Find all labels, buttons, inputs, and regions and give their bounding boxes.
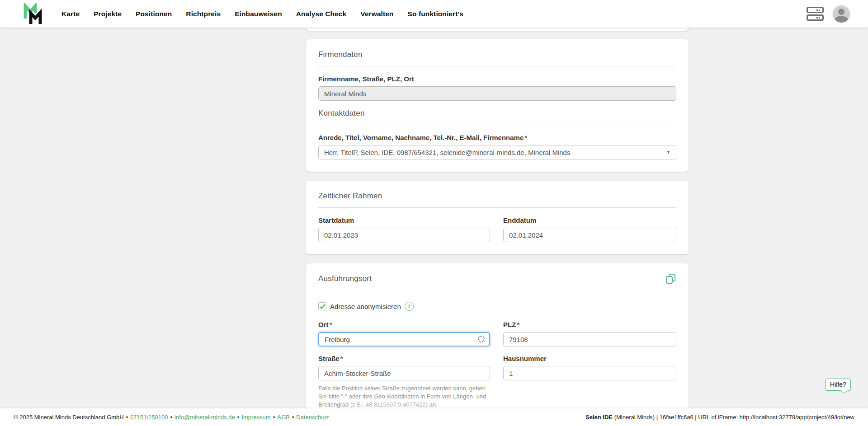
contact-select[interactable]: Herr, TitelP, Selen, IDE, 0987/654321, s…: [318, 145, 676, 159]
footer-link-email[interactable]: info@mineral-minds.de: [175, 414, 235, 421]
footer-link-phone[interactable]: 07151/250100: [130, 414, 168, 421]
section-title-kontaktdaten: Kontaktdaten: [318, 109, 676, 118]
anonymize-checkbox[interactable]: [318, 302, 326, 310]
company-data-card: Firmendaten Firmenname, Straße, PLZ, Ort…: [306, 39, 689, 172]
company-field-label: Firmenname, Straße, PLZ, Ort: [318, 75, 676, 83]
previous-card-fragment: [306, 28, 689, 31]
required-marker: *: [330, 321, 332, 328]
server-icon-row: [807, 14, 824, 21]
nav-item-einbauweisen[interactable]: Einbauweisen: [235, 10, 282, 18]
hint-example: (z.B.: 48.8115607,9.4077422): [350, 401, 428, 408]
chevron-down-icon: ▼: [666, 150, 670, 154]
ort-label: Ort*: [318, 321, 490, 328]
footer-left: © 2025 Mineral Minds Deutschland GmbH • …: [14, 414, 329, 421]
nav-item-analyse-check[interactable]: Analyse Check: [296, 10, 347, 18]
ort-field[interactable]: [318, 332, 490, 346]
startdatum-label: Startdatum: [318, 216, 490, 224]
footer-link-datenschutz[interactable]: Datenschutz: [296, 414, 329, 421]
timeframe-card: Zeitlicher Rahmen Startdatum Enddatum: [306, 181, 689, 254]
divider: [318, 125, 676, 125]
divider: [318, 293, 676, 293]
server-icon[interactable]: [807, 6, 824, 22]
nav-right-actions: [807, 5, 850, 23]
footer-link-agb[interactable]: AGB: [277, 414, 289, 421]
company-name-field[interactable]: [318, 86, 676, 101]
section-title-firmendaten: Firmendaten: [318, 50, 676, 59]
user-avatar-icon[interactable]: [833, 5, 850, 23]
street-hint-text: Falls die Position keiner Straße zugeord…: [318, 384, 490, 409]
hausnummer-field[interactable]: [503, 366, 676, 380]
section-title-zeitlicher-rahmen: Zeitlicher Rahmen: [318, 192, 676, 201]
required-marker: *: [340, 355, 343, 362]
server-icon-row: [807, 7, 824, 13]
required-marker: *: [524, 134, 527, 141]
form-content-column: Firmendaten Firmenname, Straße, PLZ, Ort…: [306, 28, 689, 426]
nav-item-positionen[interactable]: Positionen: [136, 10, 172, 18]
contact-field-label: Anrede, Titel, Vorname, Nachname, Tel.-N…: [318, 134, 676, 141]
required-marker: *: [517, 321, 519, 328]
loading-spinner-icon: [478, 336, 485, 342]
anonymize-checkbox-label[interactable]: Adresse anonymisieren: [330, 303, 401, 310]
mineral-minds-logo-icon[interactable]: [22, 3, 45, 25]
nav-item-verwalten[interactable]: Verwalten: [360, 10, 393, 18]
footer-link-impressum[interactable]: Impressum: [241, 414, 270, 421]
footer: © 2025 Mineral Minds Deutschland GmbH • …: [0, 408, 868, 426]
enddatum-field[interactable]: [503, 228, 676, 242]
section-title-ausfuehrungsort: Ausführungsort: [318, 274, 372, 283]
nav-item-so-funktionierts[interactable]: So funktioniert's: [408, 10, 463, 18]
plz-label: PLZ*: [503, 321, 676, 328]
hausnummer-label: Hausnummer: [503, 355, 676, 362]
contact-select-value: Herr, TitelP, Selen, IDE, 0987/654321, s…: [324, 149, 663, 156]
top-navigation-bar: Karte Projekte Positionen Richtpreis Ein…: [0, 0, 868, 28]
execution-location-card: Ausführungsort Adresse anonymisieren i O…: [306, 263, 689, 421]
info-icon[interactable]: i: [405, 302, 414, 311]
footer-copyright: © 2025 Mineral Minds Deutschland GmbH: [14, 414, 124, 421]
help-button[interactable]: Hilfe?: [826, 379, 851, 391]
divider: [318, 207, 676, 208]
copy-icon[interactable]: [665, 273, 676, 286]
nav-item-projekte[interactable]: Projekte: [94, 10, 122, 18]
main-menu: Karte Projekte Positionen Richtpreis Ein…: [61, 10, 463, 18]
divider: [318, 66, 676, 66]
enddatum-label: Enddatum: [503, 216, 676, 224]
footer-debug-info: Selen IDE (Mineral Minds) | 16fae1ffc6a6…: [585, 414, 854, 421]
plz-field[interactable]: [503, 332, 676, 346]
nav-item-karte[interactable]: Karte: [61, 10, 80, 18]
strasse-field[interactable]: [318, 366, 490, 380]
startdatum-field[interactable]: [318, 228, 490, 242]
nav-item-richtpreis[interactable]: Richtpreis: [186, 10, 221, 18]
strasse-label: Straße*: [318, 355, 490, 362]
